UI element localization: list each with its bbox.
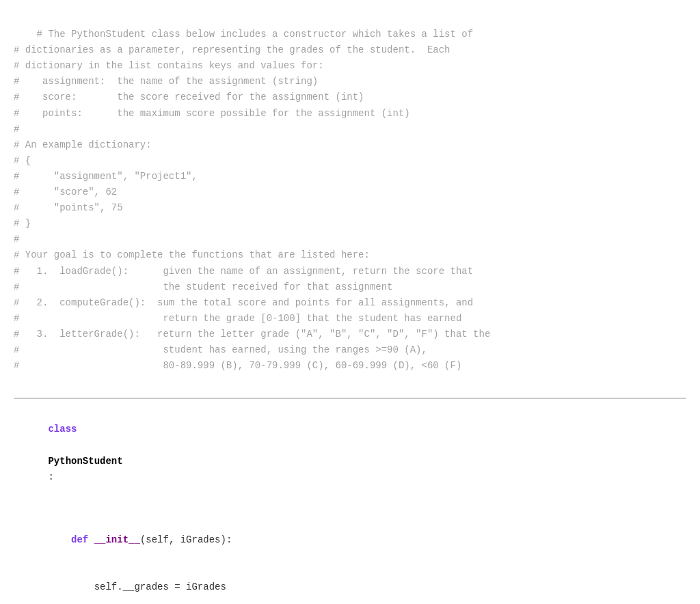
comment-line-4: # assignment: the name of the assignment… [14, 76, 318, 87]
comment-line-6: # points: the maximum score possible for… [14, 108, 410, 119]
code-editor: # The PythonStudent class below includes… [0, 0, 700, 604]
comment-section: # The PythonStudent class below includes… [14, 11, 686, 389]
comment-line-8: # An example dictionary: [14, 139, 152, 150]
comment-line-1: # The PythonStudent class below includes… [37, 29, 474, 40]
comment-line-11: # "score", 62 [14, 187, 117, 197]
section-divider [14, 398, 686, 399]
comment-line-18: # 2. computeGrade(): sum the total score… [14, 297, 473, 308]
comment-line-22: # 80-89.999 (B), 70-79.999 (C), 60-69.99… [14, 360, 461, 371]
init-params: (self, iGrades): [140, 534, 232, 545]
comment-line-10: # "assignment", "Project1", [14, 171, 198, 182]
class-colon: : [48, 471, 53, 482]
init-body-line: self.__grades = iGrades [14, 564, 686, 604]
class-keyword: class [48, 424, 77, 435]
comment-line-12: # "points", 75 [14, 202, 123, 213]
init-body: self.__grades = iGrades [48, 581, 226, 592]
comment-line-16: # 1. loadGrade(): given the name of an a… [14, 266, 473, 277]
comment-line-14: # [14, 234, 19, 245]
comment-line-15: # Your goal is to complete the functions… [14, 249, 370, 260]
blank-line-1 [14, 501, 686, 517]
class-name: PythonStudent [48, 456, 122, 467]
comment-line-21: # student has earned, using the ranges >… [14, 344, 427, 355]
comment-line-9: # { [14, 155, 31, 166]
comment-line-13: # } [14, 218, 31, 229]
comment-line-3: # dictionary in the list contains keys a… [14, 60, 324, 71]
comment-line-17: # the student received for that assignme… [14, 282, 393, 292]
comment-line-5: # score: the score received for the assi… [14, 92, 364, 102]
comment-line-20: # 3. letterGrade(): return the letter gr… [14, 329, 490, 340]
comment-line-2: # dictionaries as a parameter, represent… [14, 44, 450, 55]
def-keyword-init: def [71, 534, 88, 545]
comment-line-7: # [14, 124, 19, 135]
init-def-line: def __init__(self, iGrades): [14, 517, 686, 564]
class-declaration-line: class PythonStudent : [14, 406, 686, 501]
class-definition: class PythonStudent : def __init__(self,… [14, 406, 686, 604]
comment-line-19: # return the grade [0-100] that the stud… [14, 313, 461, 324]
init-method-name: __init__ [94, 534, 140, 545]
